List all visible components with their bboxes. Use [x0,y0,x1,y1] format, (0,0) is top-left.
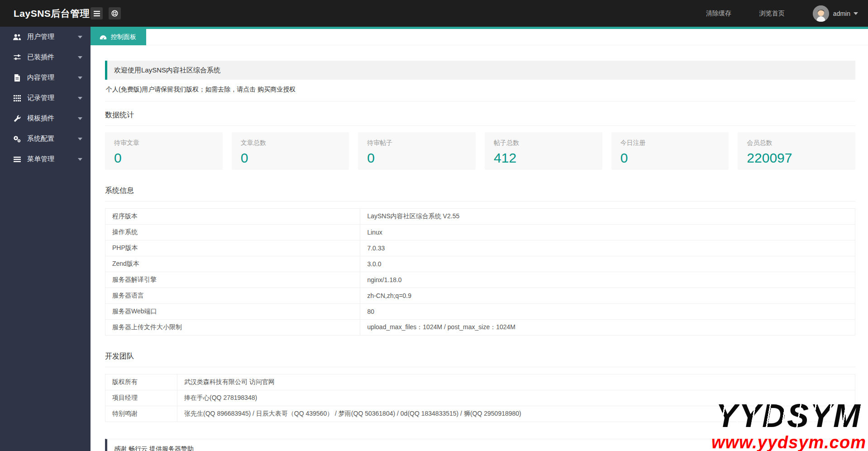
visit-official-site-link[interactable]: 访问官网 [249,378,275,385]
stat-card-total-members: 会员总数 220097 [738,132,855,170]
sidebar-item-system-config[interactable]: 系统配置 [0,129,91,149]
row-value: nginx/1.18.0 [360,272,855,288]
stat-label: 待审文章 [114,139,214,147]
row-label: 版权所有 [105,374,177,390]
table-row: 项目经理 捧在手心(QQ 278198348) [105,390,855,406]
list-icon [13,157,21,162]
sidebar: 用户管理 已装插件 内容管理 记录管理 [0,27,91,451]
chevron-down-icon [78,117,82,120]
tab-label: 控制面板 [111,33,136,41]
table-row: 服务器上传文件大小限制upload_max_files：1024M / post… [105,319,855,335]
app-title: LaySNS后台管理 [0,7,91,20]
divider [105,101,855,101]
row-value: upload_max_files：1024M / post_max_size：1… [360,319,855,335]
welcome-banner: 欢迎使用LaySNS内容社区综合系统 [105,61,855,80]
collapse-menu-button[interactable] [91,7,103,19]
stat-label: 今日注册 [620,139,720,147]
sidebar-menu: 用户管理 已装插件 内容管理 记录管理 [0,27,91,169]
stat-value: 0 [114,150,214,166]
row-label: 服务器语言 [105,288,360,303]
system-section-title: 系统信息 [105,186,855,196]
stats-section-title: 数据统计 [105,110,855,120]
sidebar-item-template-plugins[interactable]: 模板插件 [0,108,91,129]
sponsor-banner: 感谢畅行云提供服务器赞助 [105,439,855,451]
table-row: PHP版本7.0.33 [105,240,855,256]
life-ring-icon [111,10,118,17]
chevron-down-icon [78,56,82,59]
stat-label: 待审帖子 [367,139,467,147]
stat-value: 0 [241,150,340,166]
chevron-down-icon [78,138,82,140]
row-label: 项目经理 [105,390,177,406]
divider [105,201,855,202]
row-label: 服务器Web端口 [105,303,360,319]
chevron-down-icon [854,12,858,15]
sidebar-item-label: 菜单管理 [27,155,54,163]
sidebar-item-label: 内容管理 [27,73,54,82]
sidebar-item-label: 系统配置 [27,134,54,143]
user-menu[interactable]: admin [813,5,858,22]
stat-label: 会员总数 [747,139,846,147]
sidebar-item-label: 已装插件 [27,53,54,62]
sidebar-item-user-management[interactable]: 用户管理 [0,27,91,47]
tab-bar: 控制面板 [91,27,868,45]
sidebar-item-label: 模板插件 [27,114,54,123]
row-label: PHP版本 [105,240,360,256]
stat-card-today-registered: 今日注册 0 [611,132,729,170]
thanks-prefix: 感谢 [114,445,127,451]
grid-icon [13,95,21,101]
stat-card-pending-articles: 待审文章 0 [105,132,223,170]
table-row: 特别鸣谢 张先生(QQ 896683945) / 日辰大表哥（QQ 439560… [105,406,855,422]
stat-label: 文章总数 [241,139,340,147]
table-row: 服务器解译引擎nginx/1.18.0 [105,272,855,288]
tab-control-panel[interactable]: 控制面板 [91,27,146,45]
chevron-down-icon [78,158,82,161]
dashboard-icon [100,35,107,40]
row-value: 7.0.33 [360,240,855,256]
header-right-nav: 清除缓存 浏览首页 admin [706,5,868,22]
chevron-down-icon [78,77,82,79]
row-label: 特别鸣谢 [105,406,177,422]
refresh-button[interactable] [109,7,121,19]
stat-card-pending-posts: 待审帖子 0 [358,132,476,170]
sidebar-item-content-management[interactable]: 内容管理 [0,67,91,88]
cogs-icon [13,135,21,143]
stat-value: 220097 [747,150,846,166]
system-info-table: 程序版本LaySNS内容社区综合系统 V2.55 操作系统Linux PHP版本… [105,208,855,336]
stats-cards: 待审文章 0 文章总数 0 待审帖子 0 帖子总数 412 今日注册 0 会员总… [105,132,855,170]
row-value: 80 [360,303,855,319]
username-label: admin [833,10,850,17]
row-label: 服务器解译引擎 [105,272,360,288]
row-value: 张先生(QQ 896683945) / 日辰大表哥（QQ 439560） / 梦… [177,406,855,422]
stat-value: 0 [620,150,720,166]
stat-value: 412 [494,150,593,166]
users-icon [13,34,21,40]
chevron-down-icon [78,97,82,100]
sidebar-item-menu-management[interactable]: 菜单管理 [0,149,91,169]
stat-label: 帖子总数 [494,139,593,147]
row-value: zh-CN,zh;q=0.9 [360,288,855,303]
team-section-title: 开发团队 [105,352,855,361]
divider [105,367,855,367]
sidebar-item-installed-plugins[interactable]: 已装插件 [0,47,91,67]
buy-license-link[interactable]: 购买商业授权 [258,86,296,93]
row-label: 服务器上传文件大小限制 [105,319,360,335]
sponsor-link[interactable]: 畅行云 [129,445,148,451]
clear-cache-link[interactable]: 清除缓存 [706,10,731,18]
browse-home-link[interactable]: 浏览首页 [759,10,785,18]
row-label: 程序版本 [105,208,360,224]
divider [105,125,855,126]
stat-card-total-articles: 文章总数 0 [232,132,349,170]
row-value: 捧在手心(QQ 278198348) [177,390,855,406]
main-content: 欢迎使用LaySNS内容社区综合系统 个人(免费版)用户请保留我们版权；如需去除… [91,45,868,451]
dev-team-table: 版权所有 武汉类森科技有限公司访问官网 项目经理 捧在手心(QQ 2781983… [105,374,855,422]
table-row: 服务器Web端口80 [105,303,855,319]
table-row: 操作系统Linux [105,224,855,240]
table-row: 程序版本LaySNS内容社区综合系统 V2.55 [105,208,855,224]
table-row: 版权所有 武汉类森科技有限公司访问官网 [105,374,855,390]
chevron-down-icon [78,36,82,38]
hamburger-icon [94,11,100,16]
sidebar-item-record-management[interactable]: 记录管理 [0,88,91,108]
row-label: Zend版本 [105,256,360,272]
sidebar-item-label: 用户管理 [27,33,54,41]
